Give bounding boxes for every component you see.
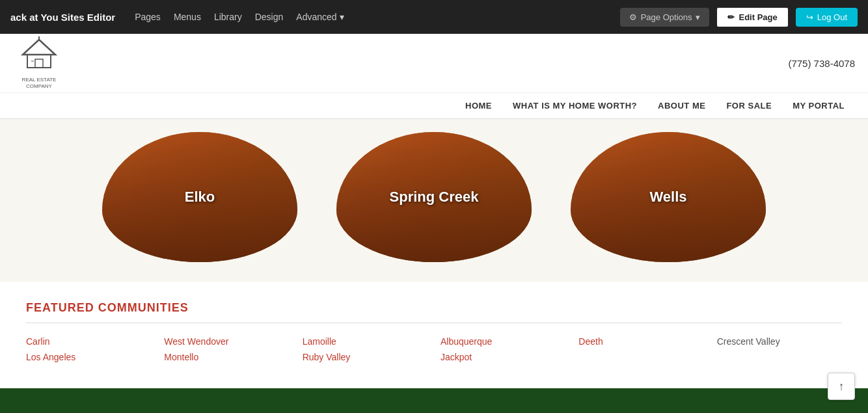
svg-rect-1	[27, 55, 51, 68]
house-icon	[20, 36, 59, 77]
logout-button[interactable]: ↪ Log Out	[796, 8, 858, 27]
featured-title: FEATURED COMMUNITIES	[26, 301, 842, 323]
site-logo: REAL ESTATE COMPANY	[13, 40, 65, 86]
site-nav: HOME WHAT IS MY HOME WORTH? ABOUT ME FOR…	[0, 93, 868, 119]
nav-menus[interactable]: Menus	[174, 12, 201, 22]
scroll-top-button[interactable]: ↑	[828, 373, 855, 400]
logo-text: REAL ESTATE COMPANY	[13, 77, 65, 89]
phone-number: (775) 738-4078	[788, 58, 855, 69]
nav-home[interactable]: HOME	[455, 93, 502, 118]
logo-area: REAL ESTATE COMPANY	[13, 40, 65, 86]
community-ruby-valley[interactable]: Ruby Valley	[303, 352, 427, 362]
communities-grid: Carlin West Wendover Lamoille Albuquerqu…	[26, 336, 842, 362]
city-circle-wells[interactable]: Wells	[571, 132, 766, 262]
nav-design[interactable]: Design	[255, 12, 284, 22]
nav-my-portal[interactable]: MY PORTAL	[782, 93, 855, 118]
city-circle-elko[interactable]: Elko	[102, 132, 297, 262]
svg-rect-2	[35, 59, 43, 68]
community-montello[interactable]: Montello	[164, 352, 289, 362]
green-band	[0, 388, 868, 413]
nav-pages[interactable]: Pages	[135, 12, 161, 22]
chevron-down-icon: ▾	[696, 12, 700, 22]
city-circle-spring-creek[interactable]: Spring Creek	[336, 132, 532, 262]
logout-icon: ↪	[806, 12, 813, 22]
chevron-down-icon: ▾	[340, 12, 344, 22]
community-west-wendover[interactable]: West Wendover	[164, 336, 289, 347]
page-options-button[interactable]: ⚙ Page Options ▾	[620, 8, 710, 27]
community-jackpot[interactable]: Jackpot	[441, 352, 565, 362]
nav-library[interactable]: Library	[214, 12, 242, 22]
community-crescent-valley[interactable]: Crescent Valley	[717, 336, 842, 347]
svg-marker-0	[23, 40, 55, 55]
community-deeth[interactable]: Deeth	[578, 336, 703, 347]
arrow-up-icon: ↑	[839, 380, 845, 393]
nav-about-me[interactable]: ABOUT ME	[647, 93, 716, 118]
nav-for-sale[interactable]: FOR SALE	[716, 93, 782, 118]
community-albuquerque[interactable]: Albuquerque	[441, 336, 565, 347]
nav-home-worth[interactable]: WHAT IS MY HOME WORTH?	[502, 93, 647, 118]
edit-page-button[interactable]: ✏ Edit Page	[716, 7, 789, 28]
community-lamoille[interactable]: Lamoille	[303, 336, 427, 347]
editor-bar: ack at You Sites Editor Pages Menus Libr…	[0, 0, 868, 34]
featured-communities-section: FEATURED COMMUNITIES Carlin West Wendove…	[0, 282, 868, 375]
community-los-angeles[interactable]: Los Angeles	[26, 352, 151, 362]
editor-right-buttons: ⚙ Page Options ▾ ✏ Edit Page ↪ Log Out	[620, 7, 858, 28]
community-carlin[interactable]: Carlin	[26, 336, 151, 347]
gear-icon: ⚙	[629, 12, 637, 22]
editor-nav: Pages Menus Library Design Advanced ▾	[135, 12, 620, 22]
nav-advanced[interactable]: Advanced ▾	[296, 12, 344, 22]
city-circles-section: Elko Spring Creek Wells	[0, 119, 868, 282]
site-title: ack at You Sites Editor	[10, 12, 115, 23]
site-header: REAL ESTATE COMPANY (775) 738-4078	[0, 34, 868, 93]
pencil-icon: ✏	[727, 12, 735, 22]
